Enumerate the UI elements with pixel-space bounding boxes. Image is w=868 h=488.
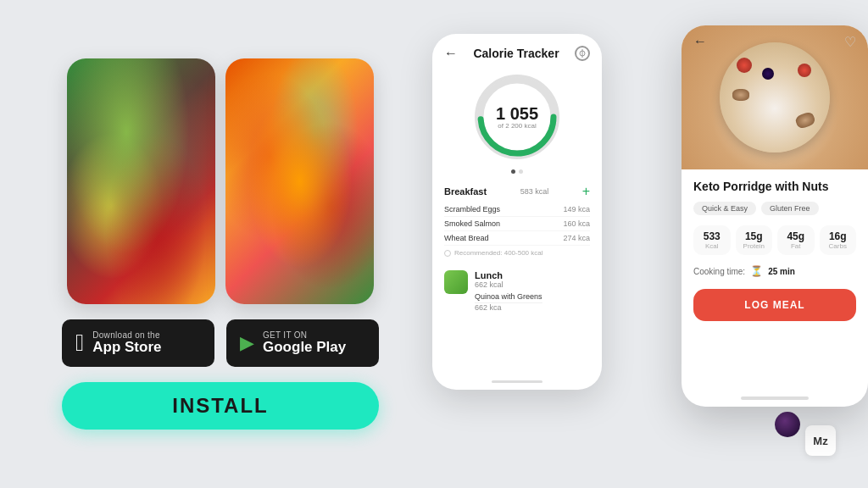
kcal-label: Kcal xyxy=(697,242,727,250)
install-button[interactable]: INSTALL xyxy=(62,382,379,430)
app-store-title: App Store xyxy=(92,340,161,356)
protein-value: 15g xyxy=(739,230,770,242)
nut-topping-2 xyxy=(794,111,816,130)
salad-image xyxy=(67,58,215,304)
clock-icon: ⏳ xyxy=(750,265,763,277)
phone1-menu-icon[interactable] xyxy=(575,46,590,61)
lunch-title: Lunch xyxy=(475,270,542,280)
phone-recipe: ← ♡ Keto Porridge with Nuts Quick & Easy… xyxy=(682,25,868,407)
left-side:  Download on the App Store ▶ GET IT ON … xyxy=(25,58,415,430)
tag-gluten-free: Gluten Free xyxy=(761,202,819,215)
breakfast-header: Breakfast 583 kcal + xyxy=(444,184,590,199)
lunch-item-kcal: 662 kca xyxy=(475,303,542,312)
cooking-time-label: Cooking time: xyxy=(693,267,745,276)
lunch-section: Lunch 662 kcal Quinoa with Greens 662 kc… xyxy=(432,263,602,315)
right-side: ← Calorie Tracker 1 055 of 2 200 k xyxy=(441,17,843,471)
food-images xyxy=(67,58,374,304)
nutrition-protein: 15g Protein xyxy=(736,225,773,255)
nutrition-kcal: 533 Kcal xyxy=(693,225,731,255)
food-card-shrimp xyxy=(225,58,374,304)
nutrition-grid: 533 Kcal 15g Protein 45g Fat 16g Carbs xyxy=(693,225,856,255)
nutrition-fat: 45g Fat xyxy=(777,225,815,255)
lunch-items: Quinoa with Greens 662 kca xyxy=(475,292,542,312)
phone2-header-overlay: ← ♡ xyxy=(682,34,868,50)
phone1-title: Calorie Tracker xyxy=(465,47,568,60)
fat-value: 45g xyxy=(781,230,811,242)
blueberry-decoration-2 xyxy=(775,412,800,437)
shrimp-image xyxy=(225,58,374,304)
lunch-thumbnail xyxy=(444,270,468,294)
lunch-item-name: Quinoa with Greens xyxy=(475,292,542,303)
phone1-back-button[interactable]: ← xyxy=(444,46,458,61)
blueberry-topping xyxy=(762,68,774,80)
recommended-text: Recommended: 400-500 kcal xyxy=(444,246,590,260)
calorie-circle: 1 055 of 2 200 kcal xyxy=(475,75,559,159)
recipe-title: Keto Porridge with Nuts xyxy=(693,180,856,193)
item-kcal: 149 kca xyxy=(563,205,590,214)
meal-item: Wheat Bread 274 kca xyxy=(444,231,590,246)
dot-1 xyxy=(511,169,515,174)
carbs-value: 16g xyxy=(823,230,854,242)
main-container:  Download on the App Store ▶ GET IT ON … xyxy=(0,0,868,488)
meal-item: Smoked Salmon 160 kca xyxy=(444,217,590,231)
protein-label: Protein xyxy=(739,242,770,250)
breakfast-title: Breakfast xyxy=(444,186,487,197)
dot-2 xyxy=(519,169,523,174)
item-name: Scrambled Eggs xyxy=(444,205,500,214)
food-card-salad xyxy=(67,58,215,304)
dots-indicator xyxy=(432,166,602,177)
google-play-icon: ▶ xyxy=(240,332,254,354)
meal-item: Scrambled Eggs 149 kca xyxy=(444,202,590,217)
app-store-button[interactable]:  Download on the App Store xyxy=(62,319,214,367)
carbs-label: Carbs xyxy=(823,242,854,250)
google-play-text: GET IT ON Google Play xyxy=(263,330,346,356)
nutrition-carbs: 16g Carbs xyxy=(820,225,857,255)
lunch-kcal: 662 kcal xyxy=(475,280,542,289)
tag-quick-easy: Quick & Easy xyxy=(693,202,756,215)
item-name: Smoked Salmon xyxy=(444,219,500,228)
raspberry-topping-2 xyxy=(798,64,811,77)
cooking-time-value: 25 min xyxy=(768,267,795,276)
kcal-value: 533 xyxy=(697,230,727,242)
store-buttons:  Download on the App Store ▶ GET IT ON … xyxy=(62,319,379,367)
recipe-content: Keto Porridge with Nuts Quick & Easy Glu… xyxy=(682,169,868,331)
breakfast-kcal: 583 kcal xyxy=(520,187,549,196)
recipe-tags: Quick & Easy Gluten Free xyxy=(693,202,856,215)
rec-circle-icon xyxy=(444,250,451,257)
breakfast-section: Breakfast 583 kcal + Scrambled Eggs 149 … xyxy=(432,177,602,263)
mz-badge: Mz xyxy=(805,425,836,456)
item-name: Wheat Bread xyxy=(444,234,489,242)
cooking-time: Cooking time: ⏳ 25 min xyxy=(693,265,856,277)
calorie-circle-container: 1 055 of 2 200 kcal xyxy=(432,68,602,166)
phone1-home-indicator xyxy=(492,380,542,383)
favorite-icon[interactable]: ♡ xyxy=(844,34,856,50)
log-meal-button[interactable]: LOG MEAL xyxy=(693,289,856,321)
nut-topping xyxy=(732,89,749,101)
google-play-title: Google Play xyxy=(263,340,346,356)
calorie-arc xyxy=(475,75,559,159)
raspberry-topping xyxy=(737,58,752,73)
item-kcal: 274 kca xyxy=(563,234,590,242)
item-kcal: 160 kca xyxy=(563,219,590,228)
lunch-info: Lunch 662 kcal Quinoa with Greens 662 kc… xyxy=(475,270,542,312)
phone2-home-indicator xyxy=(741,396,809,400)
add-breakfast-icon[interactable]: + xyxy=(582,184,590,199)
phone2-back-button[interactable]: ← xyxy=(693,34,707,50)
google-play-button[interactable]: ▶ GET IT ON Google Play xyxy=(226,319,379,367)
recipe-food-image: ← ♡ xyxy=(682,25,868,169)
phone-calorie-tracker: ← Calorie Tracker 1 055 of 2 200 k xyxy=(432,34,602,390)
apple-icon:  xyxy=(75,330,84,357)
phone1-header: ← Calorie Tracker xyxy=(432,34,602,68)
app-store-text: Download on the App Store xyxy=(92,330,161,356)
fat-label: Fat xyxy=(781,242,811,250)
bowl-visual xyxy=(720,42,830,152)
